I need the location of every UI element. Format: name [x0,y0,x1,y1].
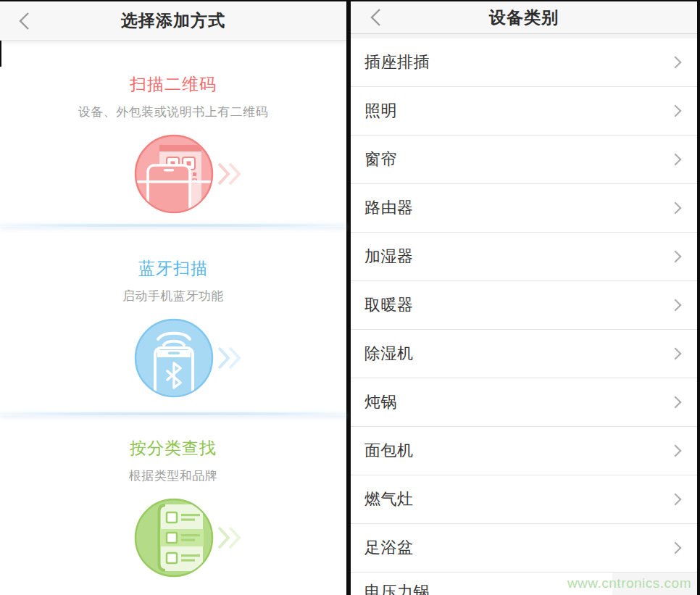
list-item-label: 照明 [364,100,671,122]
add-method-category[interactable]: 按分类查找 根据类型和品牌 [0,415,346,594]
list-item[interactable]: 足浴盆 [351,524,697,573]
list-item[interactable]: 炖锅 [351,378,697,427]
category-section-subtitle: 根据类型和品牌 [0,468,346,484]
chevron-left-icon [17,10,32,32]
list-item[interactable]: 燃气灶 [351,475,697,524]
watermark: www.cntronics.com [567,575,691,591]
list-item[interactable]: 加湿器 [351,233,697,281]
chevron-right-icon [670,105,682,117]
list-item-label: 取暖器 [364,294,671,316]
list-item[interactable]: 取暖器 [351,281,697,330]
list-item-label: 加湿器 [364,246,671,267]
qr-section-subtitle: 设备、外包装或说明书上有二维码 [0,104,346,120]
qr-section-title: 扫描二维码 [0,75,346,94]
bluetooth-section-subtitle: 启动手机蓝牙功能 [0,288,346,304]
right-screen: 设备类别 插座排插 照明 窗帘 [351,1,700,595]
list-item[interactable]: 路由器 [351,184,697,233]
chevron-right-icon [670,202,682,215]
back-button[interactable] [17,10,36,32]
bluetooth-scan-icon[interactable] [130,315,254,401]
list-item-label: 除湿机 [364,343,671,365]
add-method-bluetooth[interactable]: 蓝牙扫描 启动手机蓝牙功能 [0,227,346,412]
chevron-right-icon [670,299,682,312]
chevron-right-icon [670,542,682,554]
page-title: 选择添加方式 [121,9,225,32]
list-item-label: 面包机 [364,440,671,462]
list-item-label: 燃气灶 [364,488,671,510]
category-list-icon[interactable] [130,494,254,581]
chevron-right-icon [670,251,682,263]
list-item-label: 窗帘 [364,149,671,170]
list-item-label: 插座排插 [364,51,671,73]
add-method-qr[interactable]: 扫描二维码 设备、外包装或说明书上有二维码 [0,41,346,224]
left-header: 选择添加方式 [0,1,346,41]
page-title: 设备类别 [489,7,559,29]
list-item-label: 路由器 [364,197,671,219]
chevron-right-icon [670,57,682,69]
chevron-right-icon [670,445,682,457]
chevron-right-icon [670,396,682,409]
list-item[interactable]: 插座排插 [351,38,697,87]
chevron-right-icon [670,494,682,506]
left-screen: 选择添加方式 扫描二维码 设备、外包装或说明书上有二维码 [0,1,346,595]
category-section-title: 按分类查找 [0,438,346,458]
back-button[interactable] [370,7,388,28]
screens-container: 选择添加方式 扫描二维码 设备、外包装或说明书上有二维码 [0,0,700,595]
list-item-label: 足浴盆 [364,537,671,559]
list-item-label: 炖锅 [364,391,671,413]
bluetooth-section-title: 蓝牙扫描 [0,259,346,278]
list-item[interactable]: 照明 [351,87,697,136]
chevron-right-icon [670,348,682,360]
device-category-list: 插座排插 照明 窗帘 路由器 加 [351,38,697,595]
qr-scan-icon[interactable] [130,130,254,217]
list-item[interactable]: 除湿机 [351,330,697,378]
chevron-right-icon [670,154,682,166]
right-header: 设备类别 [351,1,697,34]
list-item[interactable]: 面包机 [351,427,697,475]
chevron-left-icon [370,7,383,28]
list-item[interactable]: 窗帘 [351,136,697,184]
